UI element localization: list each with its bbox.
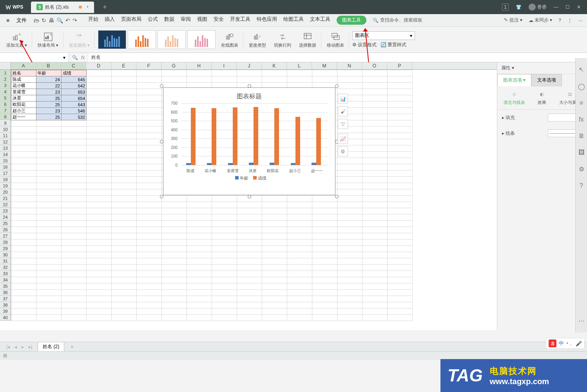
chart-plot-area[interactable]: 0100200300400500600700 陈成花小蝶皇甫雪沐景欧阳花赵小三赵… <box>163 103 335 174</box>
row-header[interactable]: 7 <box>0 107 11 114</box>
help-tool-icon[interactable]: ? <box>580 182 583 189</box>
tab-insert[interactable]: 插入 <box>105 16 115 25</box>
row-header[interactable]: 20 <box>0 189 11 195</box>
fx-icon[interactable]: fx <box>81 55 85 60</box>
more-icon[interactable]: ⋮ <box>567 18 572 23</box>
subtab-fill-line[interactable]: ◇填充与线条 <box>504 90 525 105</box>
backup-tool-icon[interactable]: 🗎 <box>578 132 585 140</box>
function-tool-icon[interactable]: fx <box>579 116 583 123</box>
row-header[interactable]: 34 <box>0 277 11 283</box>
row-header[interactable]: 36 <box>0 289 11 296</box>
row-header[interactable]: 2 <box>0 76 11 82</box>
col-header[interactable]: M <box>312 62 337 69</box>
sheet-nav-next[interactable]: ▸ <box>19 344 26 350</box>
tab-data[interactable]: 数据 <box>164 16 174 25</box>
row-header[interactable]: 17 <box>0 170 11 176</box>
reset-style-button[interactable]: 🔄重置样式 <box>380 42 406 48</box>
panel-tab-chart-options[interactable]: 图表选项 ▾ <box>497 74 531 86</box>
shape-tool-icon[interactable]: ◯ <box>578 83 585 90</box>
tab-home[interactable]: 开始 <box>88 16 98 25</box>
row-header[interactable]: 4 <box>0 89 11 95</box>
help-icon[interactable]: ? <box>558 18 561 23</box>
chart-style-gallery[interactable] <box>98 30 216 49</box>
tab-text-tools[interactable]: 文本工具 <box>310 16 330 25</box>
row-header[interactable]: 15 <box>0 158 11 164</box>
row-header[interactable]: 10 <box>0 126 11 132</box>
row-header[interactable]: 12 <box>0 139 11 145</box>
print-icon[interactable]: 🖶 <box>49 17 54 24</box>
change-type-button[interactable]: 更改类型 <box>246 31 268 48</box>
col-header[interactable]: H <box>187 62 212 69</box>
sheet-nav-prev[interactable]: ◂ <box>12 344 19 350</box>
badge-icon[interactable]: 1 <box>502 4 509 11</box>
formula-input[interactable]: 姓名 <box>88 53 587 62</box>
subtab-effects[interactable]: ◐效果 <box>537 90 547 105</box>
row-header[interactable]: 37 <box>0 296 11 302</box>
pride-icon[interactable]: 👕 <box>516 4 522 10</box>
row-header[interactable]: 38 <box>0 302 11 308</box>
row-header[interactable]: 40 <box>0 314 11 321</box>
save-icon[interactable]: ↻ <box>42 17 46 24</box>
row-header[interactable]: 8 <box>0 114 11 120</box>
row-header[interactable]: 19 <box>0 183 11 189</box>
chart-filter-button[interactable]: ▽ <box>338 119 348 129</box>
chart-settings-button[interactable]: ⚙ <box>338 146 348 156</box>
chart-quick-button[interactable]: 📈 <box>338 134 348 144</box>
document-tab[interactable]: S 姓名 (2).xls • <box>31 2 94 13</box>
row-header[interactable]: 26 <box>0 227 11 233</box>
search-commands[interactable]: 🔍 查找命令、搜索模板 <box>373 17 422 24</box>
panel-tab-text-options[interactable]: 文本选项 <box>531 74 562 86</box>
fill-section[interactable]: ▸ 填充 ▾ <box>497 110 587 125</box>
menu-icon[interactable]: ≡ <box>4 16 12 25</box>
row-header[interactable]: 31 <box>0 258 11 264</box>
chart-style-1[interactable] <box>98 30 126 49</box>
row-header[interactable]: 35 <box>0 283 11 289</box>
row-header[interactable]: 39 <box>0 308 11 314</box>
open-icon[interactable]: 🗁 <box>34 17 39 24</box>
tab-security[interactable]: 安全 <box>214 16 224 25</box>
row-header[interactable]: 29 <box>0 245 11 252</box>
collapse-ribbon-icon[interactable]: ︿ <box>578 17 583 24</box>
sheet-tab[interactable]: 姓名 (2) <box>38 342 64 352</box>
tab-page-layout[interactable]: 页面布局 <box>121 16 141 25</box>
row-header[interactable]: 25 <box>0 220 11 227</box>
row-header[interactable]: 11 <box>0 132 11 139</box>
row-header[interactable]: 22 <box>0 201 11 208</box>
select-tool-icon[interactable]: ↖ <box>579 66 584 73</box>
row-header[interactable]: 28 <box>0 239 11 245</box>
tab-review[interactable]: 审阅 <box>181 16 191 25</box>
tab-view[interactable]: 视图 <box>197 16 207 25</box>
select-data-button[interactable]: 选择数据 <box>297 31 321 48</box>
col-header[interactable]: O <box>362 62 387 69</box>
undo-icon[interactable]: ↶ <box>65 17 70 24</box>
tab-formula[interactable]: 公式 <box>148 16 158 25</box>
chart-style-4[interactable] <box>187 30 216 49</box>
chart-elements-button[interactable]: 📊 <box>338 94 348 104</box>
row-header[interactable]: 24 <box>0 214 11 220</box>
col-header[interactable]: G <box>161 62 187 69</box>
col-header[interactable]: C <box>61 62 86 69</box>
col-header[interactable]: E <box>111 62 136 69</box>
redo-icon[interactable]: ↷ <box>72 17 77 24</box>
tab-dev-tools[interactable]: 开发工具 <box>230 16 250 25</box>
name-box[interactable]: ▾ <box>0 53 69 62</box>
row-header[interactable]: 33 <box>0 270 11 277</box>
row-header[interactable]: 30 <box>0 252 11 258</box>
tab-draw-tools[interactable]: 绘图工具 <box>283 16 304 25</box>
more-tool-icon[interactable]: ⋯ <box>578 317 585 325</box>
col-header[interactable]: J <box>237 62 262 69</box>
file-menu[interactable]: 文件 <box>13 15 30 25</box>
row-header[interactable]: 21 <box>0 195 11 201</box>
switch-rc-button[interactable]: 切换行列 <box>272 31 294 48</box>
settings-tool-icon[interactable]: ⚙ <box>579 165 584 173</box>
panel-title[interactable]: 属性 ▾ <box>501 65 514 71</box>
image-tool-icon[interactable]: 🖼 <box>578 149 585 156</box>
quick-layout-button[interactable]: + 快速布局 ▾ <box>35 31 63 48</box>
row-header[interactable]: 1 <box>0 70 11 76</box>
status-icon[interactable]: ⊞ <box>0 351 10 360</box>
chart-area-select[interactable]: 图表区▾ <box>352 31 415 40</box>
col-header[interactable]: L <box>287 62 312 69</box>
select-all-corner[interactable] <box>0 62 11 69</box>
change-color-button[interactable]: 更改颜色 ▾ <box>67 31 95 48</box>
maximize-button[interactable]: ☐ <box>565 4 570 10</box>
